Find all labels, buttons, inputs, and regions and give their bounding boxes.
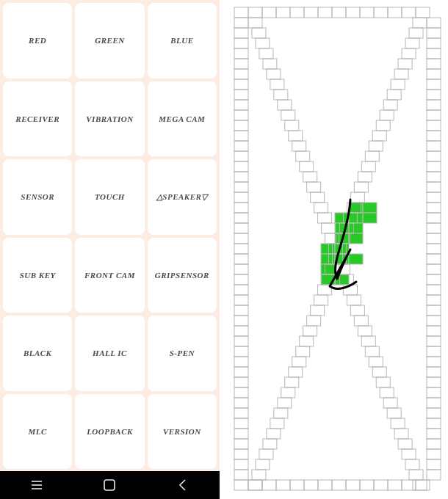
svg-rect-72 <box>427 131 441 141</box>
svg-rect-55 <box>234 48 248 59</box>
svg-rect-45 <box>402 7 416 18</box>
svg-rect-113 <box>234 346 248 357</box>
tile-sub-key[interactable]: SUB KEY <box>3 238 72 313</box>
tile-front-cam[interactable]: FRONT CAM <box>75 238 144 313</box>
svg-rect-206 <box>292 357 306 367</box>
svg-rect-74 <box>427 141 441 151</box>
tile-black[interactable]: BLACK <box>3 316 72 391</box>
tile-blue[interactable]: BLUE <box>148 3 217 79</box>
svg-rect-130 <box>427 429 441 439</box>
svg-rect-213 <box>383 398 397 408</box>
svg-rect-102 <box>427 285 441 295</box>
svg-rect-162 <box>372 131 386 141</box>
svg-rect-228 <box>252 470 266 480</box>
tile-loopback[interactable]: LOOPBACK <box>75 394 144 470</box>
svg-rect-194 <box>314 295 328 305</box>
svg-rect-205 <box>369 357 383 367</box>
svg-rect-164 <box>369 141 383 151</box>
svg-rect-142 <box>409 28 423 38</box>
tile-touch[interactable]: TOUCH <box>75 159 144 235</box>
svg-rect-36 <box>332 480 346 490</box>
svg-rect-219 <box>394 429 408 439</box>
svg-rect-42 <box>374 480 388 490</box>
back-icon <box>176 478 190 492</box>
svg-rect-46 <box>402 480 416 490</box>
svg-rect-156 <box>383 100 397 110</box>
tile-sensor[interactable]: SENSOR <box>3 159 72 235</box>
svg-rect-224 <box>259 449 273 459</box>
svg-rect-195 <box>350 305 364 316</box>
svg-rect-69 <box>234 120 248 131</box>
svg-rect-32 <box>304 480 318 490</box>
tile-vibration[interactable]: VIBRATION <box>75 81 144 157</box>
svg-rect-54 <box>427 38 441 48</box>
svg-rect-29 <box>290 7 304 18</box>
tile-green[interactable]: GREEN <box>75 3 144 79</box>
svg-rect-101 <box>234 285 248 295</box>
home-icon <box>102 478 117 492</box>
svg-rect-3 <box>104 480 115 490</box>
svg-rect-13 <box>321 244 335 254</box>
svg-rect-134 <box>427 449 441 459</box>
svg-rect-14 <box>335 244 349 254</box>
svg-rect-95 <box>234 254 248 264</box>
svg-rect-171 <box>307 182 321 192</box>
svg-rect-104 <box>427 295 441 305</box>
svg-rect-127 <box>234 418 248 429</box>
touch-test-screen[interactable] <box>227 0 448 499</box>
nav-home-button[interactable] <box>87 471 131 499</box>
svg-rect-117 <box>234 367 248 377</box>
svg-rect-48 <box>416 480 430 490</box>
svg-rect-212 <box>281 387 295 398</box>
svg-rect-208 <box>289 367 303 377</box>
svg-rect-94 <box>427 244 441 254</box>
svg-rect-167 <box>300 161 314 172</box>
tile-speaker[interactable]: △SPEAKER▽ <box>148 159 217 235</box>
svg-rect-99 <box>234 274 248 285</box>
tile-mega-cam[interactable]: MEGA CAM <box>148 81 217 157</box>
svg-rect-18 <box>321 264 335 274</box>
svg-rect-86 <box>427 203 441 213</box>
svg-rect-118 <box>427 367 441 377</box>
svg-rect-43 <box>388 7 402 18</box>
svg-rect-133 <box>234 449 248 459</box>
svg-rect-24 <box>248 480 262 490</box>
svg-rect-116 <box>427 357 441 367</box>
svg-rect-141 <box>252 28 266 38</box>
svg-rect-77 <box>234 161 248 172</box>
svg-rect-157 <box>281 110 295 120</box>
svg-rect-138 <box>427 470 441 480</box>
svg-rect-201 <box>361 336 375 346</box>
svg-rect-169 <box>303 172 317 182</box>
svg-rect-124 <box>427 398 441 408</box>
svg-rect-103 <box>234 295 248 305</box>
tile-hall-ic[interactable]: HALL IC <box>75 316 144 391</box>
tile-version[interactable]: VERSION <box>148 394 217 470</box>
svg-rect-105 <box>234 305 248 316</box>
svg-rect-139 <box>248 18 262 28</box>
svg-rect-175 <box>314 203 328 213</box>
svg-rect-87 <box>234 213 248 223</box>
tile-s-pen[interactable]: S-PEN <box>148 316 217 391</box>
svg-rect-30 <box>290 480 304 490</box>
tile-red[interactable]: RED <box>3 3 72 79</box>
svg-rect-60 <box>427 69 441 79</box>
svg-rect-40 <box>360 480 374 490</box>
svg-rect-215 <box>387 408 401 418</box>
svg-rect-126 <box>427 408 441 418</box>
svg-rect-5 <box>363 203 377 213</box>
tile-receiver[interactable]: RECEIVER <box>3 81 72 157</box>
svg-rect-59 <box>234 69 248 79</box>
tile-gripsensor[interactable]: GRIPSENSOR <box>148 238 217 313</box>
svg-rect-66 <box>427 100 441 110</box>
svg-rect-153 <box>274 90 288 100</box>
svg-rect-93 <box>234 244 248 254</box>
nav-recent-button[interactable] <box>15 471 59 499</box>
svg-rect-129 <box>234 429 248 439</box>
svg-rect-96 <box>427 254 441 264</box>
tile-mlc[interactable]: MLC <box>3 394 72 470</box>
svg-rect-148 <box>398 59 412 69</box>
svg-rect-145 <box>259 48 273 59</box>
nav-back-button[interactable] <box>161 471 205 499</box>
svg-rect-121 <box>234 387 248 398</box>
